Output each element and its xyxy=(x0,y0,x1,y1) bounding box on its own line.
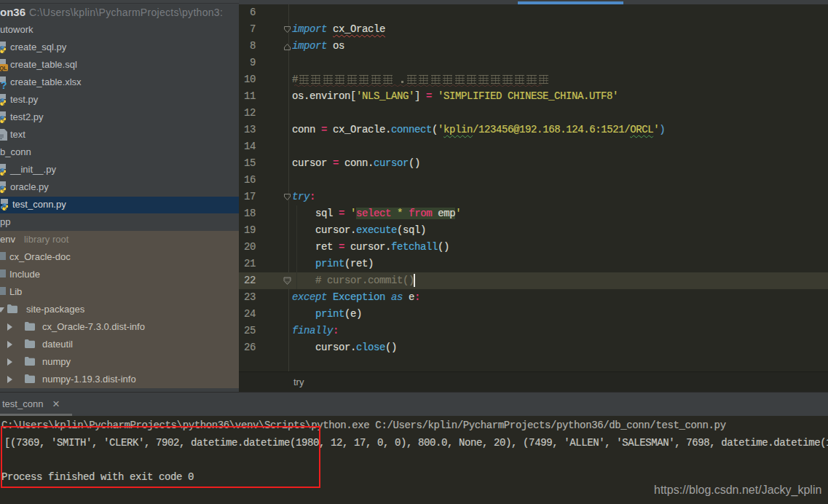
svg-text:QL: QL xyxy=(0,65,7,71)
